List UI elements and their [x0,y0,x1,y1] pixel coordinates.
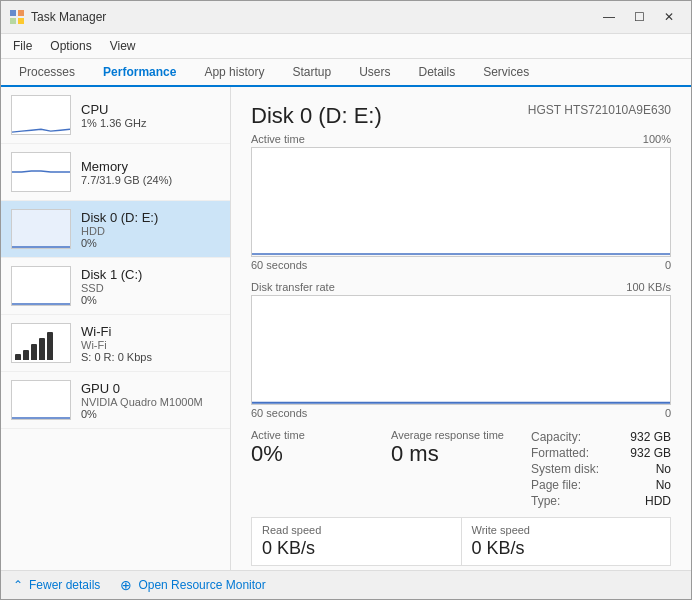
active-time-section: Active time 100% 60 seconds 0 [251,133,671,271]
chart1-bottom-row: 60 seconds 0 [251,259,671,271]
fewer-details-icon: ⌃ [13,578,23,592]
active-time-stat-value: 0% [251,441,391,467]
page-file-row: Page file: No [531,477,671,493]
type-value: HDD [645,494,671,508]
tab-performance[interactable]: Performance [89,59,190,87]
system-disk-value: No [656,462,671,476]
memory-info: Memory 7.7/31.9 GB (24%) [81,159,220,186]
read-speed-box: Read speed 0 KB/s [252,518,462,565]
menu-file[interactable]: File [5,36,40,56]
wifi-info: Wi-Fi Wi-Fi S: 0 R: 0 Kbps [81,324,220,363]
tab-processes[interactable]: Processes [5,59,89,87]
avg-response-value: 0 ms [391,441,531,467]
chart2-bottom-right: 0 [665,407,671,419]
chart1-right: 100% [643,133,671,145]
sidebar-item-disk1[interactable]: Disk 1 (C:) SSD 0% [1,258,230,315]
system-disk-row: System disk: No [531,461,671,477]
stats-row: Active time 0% Average response time 0 m… [251,429,671,509]
gpu0-thumbnail [11,380,71,420]
capacity-row: Capacity: 932 GB [531,429,671,445]
capacity-label: Capacity: [531,430,581,444]
chart2-bottom-left: 60 seconds [251,407,307,419]
sidebar-item-disk0[interactable]: Disk 0 (D: E:) HDD 0% [1,201,230,258]
chart1-label-row: Active time 100% [251,133,671,145]
menu-bar: File Options View [1,34,691,59]
main-header: Disk 0 (D: E:) HGST HTS721010A9E630 [251,103,671,129]
tab-details[interactable]: Details [404,59,469,87]
write-speed-box: Write speed 0 KB/s [462,518,671,565]
close-button[interactable]: ✕ [655,7,683,27]
disk-model: HGST HTS721010A9E630 [528,103,671,117]
title-bar-left: Task Manager [9,9,106,25]
gpu0-sub: NVIDIA Quadro M1000M [81,396,220,408]
tab-services[interactable]: Services [469,59,543,87]
wifi-thumbnail [11,323,71,363]
gpu0-label: GPU 0 [81,381,220,396]
main-panel: Disk 0 (D: E:) HGST HTS721010A9E630 Acti… [231,87,691,570]
chart2-bottom-row: 60 seconds 0 [251,407,671,419]
chart2-label: Disk transfer rate [251,281,335,293]
transfer-rate-section: Disk transfer rate 100 KB/s 60 seconds 0 [251,281,671,419]
disk1-info: Disk 1 (C:) SSD 0% [81,267,220,306]
disk0-info: Disk 0 (D: E:) HDD 0% [81,210,220,249]
gpu0-val: 0% [81,408,220,420]
read-speed-label: Read speed [262,524,451,536]
write-speed-value: 0 KB/s [472,538,661,559]
tabs: Processes Performance App history Startu… [1,59,691,87]
memory-value: 7.7/31.9 GB (24%) [81,174,220,186]
chart1-bottom-left: 60 seconds [251,259,307,271]
disk-title: Disk 0 (D: E:) [251,103,382,129]
formatted-row: Formatted: 932 GB [531,445,671,461]
system-disk-label: System disk: [531,462,599,476]
fewer-details-button[interactable]: ⌃ Fewer details [13,578,100,592]
sidebar-item-gpu0[interactable]: GPU 0 NVIDIA Quadro M1000M 0% [1,372,230,429]
chart2-right: 100 KB/s [626,281,671,293]
content-area: CPU 1% 1.36 GHz Memory 7.7/31.9 GB (24%) [1,87,691,570]
disk1-val: 0% [81,294,220,306]
read-speed-value: 0 KB/s [262,538,451,559]
type-label: Type: [531,494,560,508]
avg-response-stat: Average response time 0 ms [391,429,531,509]
memory-thumbnail [11,152,71,192]
minimize-button[interactable]: — [595,7,623,27]
task-manager-window: Task Manager — ☐ ✕ File Options View Pro… [0,0,692,600]
open-resource-monitor-button[interactable]: ⊕ Open Resource Monitor [120,577,265,593]
cpu-info: CPU 1% 1.36 GHz [81,102,220,129]
active-time-chart [251,147,671,257]
disk1-label: Disk 1 (C:) [81,267,220,282]
chart1-label: Active time [251,133,305,145]
disk0-thumbnail [11,209,71,249]
capacity-value: 932 GB [630,430,671,444]
chart2-label-row: Disk transfer rate 100 KB/s [251,281,671,293]
menu-view[interactable]: View [102,36,144,56]
write-speed-label: Write speed [472,524,661,536]
page-file-label: Page file: [531,478,581,492]
sidebar: CPU 1% 1.36 GHz Memory 7.7/31.9 GB (24%) [1,87,231,570]
tab-users[interactable]: Users [345,59,404,87]
svg-rect-4 [252,148,670,256]
active-time-stat: Active time 0% [251,429,391,509]
sidebar-item-cpu[interactable]: CPU 1% 1.36 GHz [1,87,230,144]
wifi-sub: Wi-Fi [81,339,220,351]
window-controls: — ☐ ✕ [595,7,683,27]
memory-label: Memory [81,159,220,174]
cpu-value: 1% 1.36 GHz [81,117,220,129]
tab-app-history[interactable]: App history [190,59,278,87]
svg-rect-3 [18,18,24,24]
disk0-sub: HDD [81,225,220,237]
app-icon [9,9,25,25]
window-title: Task Manager [31,10,106,24]
active-time-stat-label: Active time [251,429,391,441]
title-bar: Task Manager — ☐ ✕ [1,1,691,34]
tab-startup[interactable]: Startup [278,59,345,87]
svg-rect-2 [10,18,16,24]
formatted-value: 932 GB [630,446,671,460]
sidebar-item-memory[interactable]: Memory 7.7/31.9 GB (24%) [1,144,230,201]
sidebar-item-wifi[interactable]: Wi-Fi Wi-Fi S: 0 R: 0 Kbps [1,315,230,372]
svg-rect-0 [10,10,16,16]
speed-row: Read speed 0 KB/s Write speed 0 KB/s [251,517,671,566]
footer: ⌃ Fewer details ⊕ Open Resource Monitor [1,570,691,599]
maximize-button[interactable]: ☐ [625,7,653,27]
menu-options[interactable]: Options [42,36,99,56]
disk0-val: 0% [81,237,220,249]
